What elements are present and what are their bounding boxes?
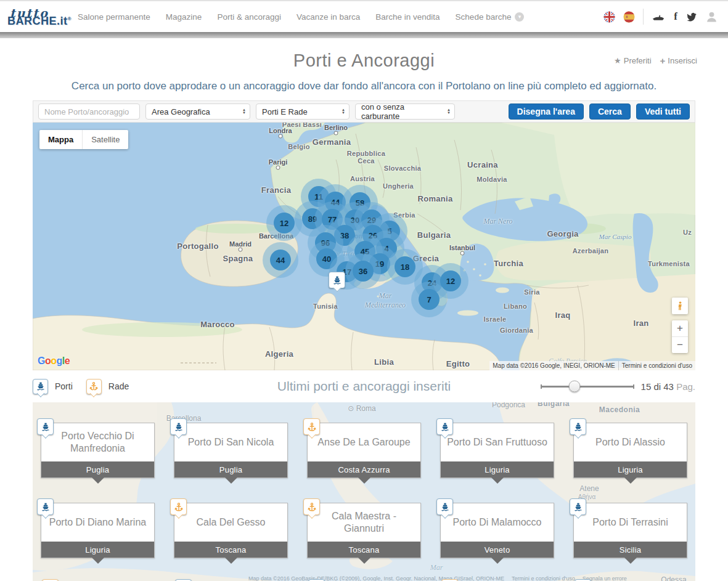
nav-item-vacanze-in-barca[interactable]: Vacanze in barca xyxy=(297,12,360,22)
card-title: Anse De La Garoupe xyxy=(308,423,420,461)
map-cluster[interactable]: 36 xyxy=(353,261,374,282)
map-type-map-button[interactable]: Mappa xyxy=(39,130,82,149)
port-card[interactable]: Porto Di TerrasiniSicilia xyxy=(573,503,687,558)
spain-flag-icon[interactable] xyxy=(623,11,635,23)
card-pointer xyxy=(225,477,237,484)
card-title: Porto Di Alassio xyxy=(574,423,687,461)
port-card[interactable]: Cala Maestra - GiannutriToscana xyxy=(307,503,421,558)
favorites-link[interactable]: ★ Preferiti xyxy=(614,56,651,65)
nav-item-porti-ancoraggi[interactable]: Porti & ancoraggi xyxy=(217,12,281,22)
facebook-icon[interactable]: f xyxy=(674,10,677,23)
nav-item-magazine[interactable]: Magazine xyxy=(166,12,202,22)
legend-row: Porti Rade Ultimi porti e ancoraggi inse… xyxy=(33,370,695,402)
card-region: Liguria xyxy=(41,542,154,558)
city-dot xyxy=(239,248,243,252)
header-divider-strip xyxy=(0,32,728,38)
latest-ports-map: Barcellona⊙ RomaPodgoricaBulgariaMacedon… xyxy=(33,402,695,581)
city-dot xyxy=(279,134,283,139)
port-card[interactable]: Porto Vecchio Di ManfredoniaPuglia xyxy=(41,423,155,478)
legend-rade[interactable]: Rade xyxy=(86,379,129,394)
view-all-button[interactable]: Vedi tutti xyxy=(636,104,690,120)
port-name-input[interactable] xyxy=(38,104,140,120)
port-card[interactable]: Porto Di Diano MarinaLiguria xyxy=(41,503,155,558)
port-card[interactable]: Porto Di AlassioLiguria xyxy=(573,423,687,478)
street-view-pegman[interactable] xyxy=(672,298,688,314)
card-pointer xyxy=(358,558,370,564)
card-pointer xyxy=(92,558,104,564)
card-pointer xyxy=(491,477,504,484)
city-dot xyxy=(276,166,280,170)
card-pin xyxy=(37,418,54,435)
type-select[interactable]: Porti E Rade ▲▼ xyxy=(256,104,350,120)
map-cluster[interactable]: 44 xyxy=(270,250,291,270)
search-button[interactable]: Cerca xyxy=(589,104,631,120)
anchor-pin-icon xyxy=(303,498,320,515)
google-logo: Google xyxy=(38,356,70,367)
latest-section-title: Ultimi porti e ancoraggi inseriti xyxy=(277,379,451,394)
zoom-out-button[interactable]: − xyxy=(672,337,688,353)
card-region: Veneto xyxy=(441,542,554,558)
nav-item-barche-in-vendita[interactable]: Barche in vendita xyxy=(375,12,440,22)
plus-icon: + xyxy=(660,58,666,64)
insert-label: Inserisci xyxy=(668,56,697,65)
card-region: Costa Azzurra xyxy=(308,461,420,477)
card-pointer xyxy=(624,477,637,484)
ports-map-canvas[interactable]: LondraParigiBerlinoPaesi BassiBelgioGerm… xyxy=(33,123,695,370)
star-icon: ★ xyxy=(614,56,621,65)
port-card[interactable]: Porto Di San NicolaPuglia xyxy=(174,423,288,478)
map-data-credit: Map data ©2016 Google, INEGI, ORION-ME xyxy=(489,361,618,370)
map-cluster[interactable]: 7 xyxy=(419,289,440,310)
card-title: Porto Di San Nicola xyxy=(174,423,287,461)
registered-mark: ® xyxy=(68,16,72,22)
map-marker[interactable] xyxy=(329,272,345,288)
card-pointer xyxy=(225,558,237,564)
port-pin-icon xyxy=(570,418,586,435)
user-icon[interactable] xyxy=(705,10,718,23)
card-pin xyxy=(570,418,586,435)
select-arrows-icon: ▲▼ xyxy=(342,108,345,115)
site-logo[interactable]: tutto BARCHE.it® xyxy=(7,7,69,26)
nav-item-schede-barche[interactable]: Schede barche xyxy=(456,12,512,22)
map-cluster[interactable]: 18 xyxy=(395,256,415,277)
anchor-pin-icon xyxy=(170,498,187,515)
card-title: Porto Di San Fruttuoso xyxy=(441,423,554,461)
port-pin-icon xyxy=(436,418,453,435)
terms-link[interactable]: Termini e condizioni d'uso xyxy=(618,361,695,370)
zoom-in-button[interactable]: + xyxy=(672,320,688,337)
card-pin xyxy=(303,418,320,435)
twitter-icon[interactable] xyxy=(685,11,697,23)
port-card[interactable]: Porto Di MalamoccoVeneto xyxy=(440,503,554,558)
cards-map-attribution: Map data ©2016 GeoBasis-DE/BKG (©2009), … xyxy=(248,575,627,581)
map-cluster[interactable]: 12 xyxy=(274,213,295,234)
port-card[interactable]: Cala Del GessoToscana xyxy=(174,503,288,558)
map-type-satellite-button[interactable]: Satellite xyxy=(82,130,128,149)
card-title: Porto Di Malamocco xyxy=(441,503,554,542)
card-title: Cala Del Gesso xyxy=(174,503,287,542)
boats-icon[interactable] xyxy=(652,10,666,24)
nav-right-icons: f xyxy=(603,9,718,25)
nav-item-salone-permanente[interactable]: Salone permanente xyxy=(78,12,150,22)
legend-rade-label: Rade xyxy=(108,381,129,391)
pagination-slider[interactable] xyxy=(541,386,634,388)
slider-handle[interactable] xyxy=(568,381,580,392)
port-card[interactable]: Anse De La GaroupeCosta Azzurra xyxy=(307,423,421,478)
fuel-select[interactable]: con o senza carburante ▲▼ xyxy=(355,104,455,120)
port-pin-icon xyxy=(37,498,54,515)
port-card[interactable]: Porto Di San FruttuosoLiguria xyxy=(440,423,554,478)
draw-area-button[interactable]: Disegna l'area xyxy=(509,104,584,120)
area-select[interactable]: Area Geografica ▲▼ xyxy=(145,104,250,120)
legend-porti[interactable]: Porti xyxy=(33,379,73,394)
page-indicator: 15 di 43 Pag. xyxy=(641,381,695,392)
cards-terms-link[interactable]: Termini e condizioni d'uso xyxy=(512,575,575,581)
card-region: Puglia xyxy=(41,461,154,477)
more-menu-icon[interactable]: ▾ xyxy=(515,12,524,22)
card-region: Liguria xyxy=(574,461,687,477)
card-pointer xyxy=(92,477,104,484)
card-pin xyxy=(303,498,320,515)
insert-link[interactable]: + Inserisci xyxy=(660,56,697,65)
favorites-label: Preferiti xyxy=(624,56,652,65)
legend-porti-label: Porti xyxy=(55,381,73,391)
map-attribution: Map data ©2016 Google, INEGI, ORION-ME T… xyxy=(489,361,695,370)
uk-flag-icon[interactable] xyxy=(603,11,615,23)
card-pointer xyxy=(491,558,504,564)
